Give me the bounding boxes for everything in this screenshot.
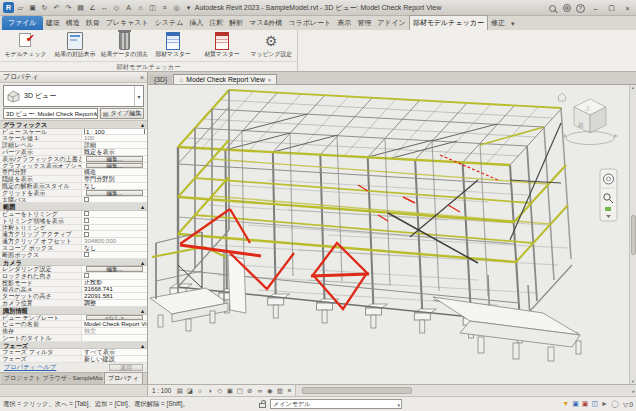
property-value[interactable]: なし <box>82 183 147 189</box>
ribbon-tab-15[interactable]: 修正 <box>488 16 508 30</box>
text-icon[interactable]: A <box>123 2 134 13</box>
hscroll-thumb[interactable] <box>302 387 412 394</box>
unlocked-3d-view-icon[interactable]: ⊘ <box>245 386 254 395</box>
edit-button[interactable]: 編集... <box>86 163 142 169</box>
edit-button[interactable]: 編集... <box>86 156 142 162</box>
sun-path-icon[interactable]: ☼ <box>195 386 204 395</box>
vertical-scrollbar[interactable]: ▴ ▾ <box>629 85 636 384</box>
collapse-icon[interactable]: ▴ <box>141 259 144 266</box>
ribbon-tab-14[interactable]: 部材モデルチェッカー <box>409 15 488 30</box>
model-3d-canvas[interactable]: 上 前 <box>148 85 629 384</box>
properties-close-icon[interactable]: × <box>140 74 144 81</box>
edit-button[interactable]: 編集... <box>86 190 142 196</box>
property-value[interactable] <box>82 231 147 237</box>
property-value[interactable]: 1 : 100 <box>82 129 147 135</box>
modify-dropdown-icon[interactable]: ▾ <box>508 18 518 30</box>
properties-tab[interactable]: プロパティ <box>104 372 143 384</box>
redo-icon[interactable]: ↷ <box>63 2 74 13</box>
collapse-icon[interactable]: ▴ <box>141 307 144 314</box>
mapping-settings-button[interactable]: ⚙マッピング設定 <box>248 31 294 60</box>
crop-view-icon[interactable]: ▣ <box>225 386 234 395</box>
view-scale-control[interactable]: 1 : 100 <box>148 387 175 394</box>
detail-level-icon[interactable]: ▤ <box>175 386 184 395</box>
revit-app-icon[interactable]: R <box>3 2 14 13</box>
property-value[interactable]: Model Check Report Vi... <box>82 321 147 327</box>
property-value[interactable]: 編集... <box>82 266 147 272</box>
view-tab-model-check-report[interactable]: ⌂ Model Check Report View × <box>173 74 277 84</box>
tag-icon[interactable]: ◇ <box>111 2 122 13</box>
type-selector-dropdown-icon[interactable]: ▾ <box>134 86 143 106</box>
sync-icon[interactable]: ↻ <box>39 2 50 13</box>
scroll-right-icon[interactable]: ▸ <box>632 388 635 394</box>
ribbon-tab-1[interactable]: 建築 <box>43 16 63 30</box>
ribbon-tab-2[interactable]: 構造 <box>63 16 83 30</box>
edit-button[interactable]: <なし> <box>86 315 142 321</box>
save-icon[interactable]: ▣ <box>27 2 38 13</box>
property-value[interactable]: 専門分野別 <box>82 176 147 182</box>
collapse-icon[interactable]: ▴ <box>141 203 144 210</box>
filter-icon[interactable]: ▼ <box>562 399 569 409</box>
print-icon[interactable]: ▤ <box>75 2 86 13</box>
open-icon[interactable]: ▱ <box>15 2 26 13</box>
ribbon-tab-8[interactable]: 解析 <box>226 16 246 30</box>
property-value[interactable]: 編集... <box>82 156 147 162</box>
default-3d-view-icon[interactable]: ⌂ <box>135 2 146 13</box>
property-value[interactable] <box>82 225 147 231</box>
property-value[interactable] <box>82 218 147 224</box>
shadows-icon[interactable]: ◑ <box>205 386 214 395</box>
undo-icon[interactable]: ↶ <box>51 2 62 13</box>
checkbox[interactable] <box>84 225 89 230</box>
property-value[interactable] <box>82 335 147 341</box>
collapse-icon[interactable]: ▴ <box>141 342 144 349</box>
property-value[interactable]: なし <box>82 245 147 251</box>
search-icon[interactable] <box>547 3 558 14</box>
link-monitor-icon[interactable]: ▣ <box>582 399 589 409</box>
viewcube[interactable]: 上 前 <box>558 93 618 145</box>
property-value[interactable]: 編集... <box>82 190 147 196</box>
ribbon-tab-5[interactable]: システム <box>152 16 187 30</box>
apply-button[interactable]: 適用 <box>109 364 143 371</box>
property-value[interactable] <box>82 211 147 217</box>
checkbox[interactable] <box>84 273 89 278</box>
section-icon[interactable]: ◫ <box>147 2 158 13</box>
rendering-dialog-icon[interactable]: ◇ <box>215 386 224 395</box>
property-value[interactable]: 正投影 <box>82 280 147 286</box>
property-value[interactable] <box>82 197 147 203</box>
qat-customize-icon[interactable]: ▾ <box>183 2 194 13</box>
ribbon-tab-file[interactable]: ファイル <box>2 16 43 30</box>
project-browser-tab[interactable]: プロジェクト ブラウザ - SampleModel.rvt <box>1 373 103 384</box>
design-options-dropdown[interactable]: メインモデル ▾ <box>270 399 402 409</box>
checkbox[interactable] <box>84 218 89 223</box>
ribbon-tab-3[interactable]: 鉄骨 <box>83 16 103 30</box>
properties-help-link[interactable]: プロパティ ヘルプ <box>4 363 56 372</box>
minimize-button[interactable]: – <box>589 2 602 14</box>
property-value[interactable] <box>82 273 147 279</box>
horizontal-scrollbar[interactable]: ▸ <box>295 385 636 396</box>
editable-only-icon[interactable]: ▣ <box>572 399 579 409</box>
dimension-icon[interactable]: ↔ <box>99 2 110 13</box>
instance-selector[interactable]: 3D ビュー: Model Check Report Vie ▾ <box>3 108 98 119</box>
property-value[interactable]: 調整 <box>82 300 147 306</box>
select-toggle-icon[interactable]: ► <box>601 399 608 409</box>
property-value[interactable]: すべて表示 <box>82 349 147 355</box>
visual-style-icon[interactable]: ◪ <box>185 386 194 395</box>
temporary-view-properties-icon[interactable]: ▥ <box>275 386 284 395</box>
thin-lines-icon[interactable]: ≡ <box>159 2 170 13</box>
ribbon-tab-9[interactable]: マス&外構 <box>246 16 285 30</box>
property-value[interactable] <box>82 252 147 258</box>
collapse-icon[interactable]: ▴ <box>141 121 144 128</box>
tab-close-icon[interactable]: × <box>268 77 272 83</box>
sign-in-icon[interactable] <box>561 3 572 14</box>
ribbon-tab-13[interactable]: アドイン <box>374 16 409 30</box>
visibility-icon[interactable]: ◎ <box>171 2 182 13</box>
view-tab-3d[interactable]: {3D} <box>149 75 172 84</box>
temporary-hide-isolate-icon[interactable]: ∞ <box>255 386 264 395</box>
reveal-hidden-elements-icon[interactable]: ◉ <box>265 386 274 395</box>
property-value[interactable]: 詳細 <box>82 142 147 148</box>
type-selector[interactable]: 3D ビュー ▾ <box>3 85 144 107</box>
show-crop-region-icon[interactable]: ▢ <box>235 386 244 395</box>
edit-button[interactable]: 編集... <box>86 266 142 272</box>
ribbon-tab-11[interactable]: 表示 <box>334 16 354 30</box>
ribbon-tab-10[interactable]: コラボレート <box>285 16 334 30</box>
clear-results-button[interactable]: 結果データの消去 <box>101 31 148 60</box>
